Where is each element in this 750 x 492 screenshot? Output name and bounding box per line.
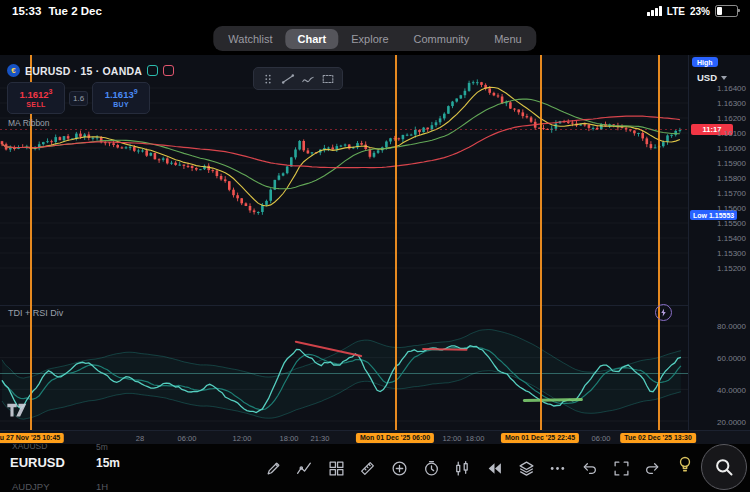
interval-current[interactable]: 15m — [96, 456, 120, 470]
drawing-toolbar — [253, 67, 343, 90]
ma-ribbon-label[interactable]: MA Ribbon — [8, 118, 50, 128]
tab-menu[interactable]: Menu — [482, 29, 534, 49]
symbol-next[interactable]: AUDJPY — [12, 481, 49, 492]
price-axis-label: 1.16200 — [717, 114, 746, 123]
tradingview-app: 15:33 Tue 2 Dec LTE 23% Watchlist Chart … — [0, 0, 750, 492]
chart-canvas[interactable]: TDI + RSI Div € EURUSD · 15 · OANDA 1.16… — [0, 55, 688, 430]
symbol-title[interactable]: EURUSD · 15 · OANDA — [25, 65, 142, 77]
trendline-style-icon[interactable] — [280, 71, 296, 87]
object-tree-layers-icon[interactable] — [517, 459, 535, 477]
indicator-toggle-icon[interactable] — [147, 65, 158, 76]
session-break-line — [395, 55, 397, 430]
buy-button[interactable]: 1.16139 BUY — [92, 82, 150, 114]
tab-community[interactable]: Community — [402, 29, 482, 49]
sell-button[interactable]: 1.16123 SELL — [7, 82, 65, 114]
price-axis-label: 1.15500 — [717, 219, 746, 228]
top-navigation: Watchlist Chart Explore Community Menu — [213, 26, 536, 51]
price-axis-label: 1.15200 — [717, 264, 746, 273]
bottom-toolbar: XAUUSD 5m EURUSD 15m AUDJPY 1H — [0, 443, 750, 492]
symbol-current[interactable]: EURUSD — [10, 455, 65, 470]
idea-bulb-icon[interactable] — [676, 455, 694, 473]
price-axis[interactable]: High USD 11:17 Low 1.15553 1.164001.1630… — [688, 55, 750, 430]
indicator-axis-label: 20.0000 — [717, 418, 746, 427]
alert-clock-icon[interactable] — [422, 459, 440, 477]
boost-lightning-icon[interactable] — [655, 304, 672, 321]
price-axis-label: 1.16400 — [717, 84, 746, 93]
add-plus-icon[interactable] — [391, 459, 409, 477]
layout-templates-icon[interactable] — [327, 459, 345, 477]
pane-separator[interactable] — [0, 305, 688, 306]
interval-next[interactable]: 1H — [96, 481, 108, 492]
indicator-axis-label: 80.0000 — [717, 322, 746, 331]
price-axis-label: 1.15400 — [717, 234, 746, 243]
rectangle-tool-icon[interactable] — [320, 71, 336, 87]
indicators-icon[interactable] — [296, 459, 314, 477]
bar-pattern-icon[interactable] — [454, 459, 472, 477]
time-axis[interactable]: 2806:0012:0018:0021:3012:0018:0006:00u 2… — [0, 430, 750, 444]
price-axis-label: 1.16300 — [717, 99, 746, 108]
fullscreen-icon[interactable] — [612, 459, 630, 477]
battery-icon — [715, 5, 738, 18]
price-axis-label: 1.15800 — [717, 174, 746, 183]
indicator-pane[interactable] — [0, 313, 688, 430]
session-time-badge: Mon 01 Dec '25 22:45 — [501, 433, 579, 444]
time-axis-label: 12:00 — [227, 434, 257, 443]
session-time-badge: u 27 Nov '25 10:45 — [0, 433, 64, 444]
high-badge: High — [692, 57, 718, 67]
undo-icon[interactable] — [581, 459, 599, 477]
tradingview-logo-icon[interactable] — [6, 401, 30, 421]
replay-rewind-icon[interactable] — [486, 459, 504, 477]
price-axis-label: 1.16100 — [717, 129, 746, 138]
time-axis-label: 18:00 — [274, 434, 304, 443]
time-axis-label: 18:00 — [460, 434, 490, 443]
interval-prev[interactable]: 5m — [96, 444, 108, 452]
date: Tue 2 Dec — [48, 5, 101, 17]
draw-marker-icon[interactable] — [264, 459, 282, 477]
symbol-prev[interactable]: XAUUSD — [12, 444, 47, 451]
status-bar: 15:33 Tue 2 Dec LTE 23% — [0, 0, 750, 22]
measure-ruler-icon[interactable] — [359, 459, 377, 477]
indicator-axis-label: 60.0000 — [717, 354, 746, 363]
tab-chart[interactable]: Chart — [286, 29, 339, 49]
chart-region: TDI + RSI Div € EURUSD · 15 · OANDA 1.16… — [0, 55, 750, 443]
tab-explore[interactable]: Explore — [339, 29, 400, 49]
symbol-logo: € — [7, 64, 20, 77]
cellular-signal-icon — [647, 6, 662, 16]
price-axis-label: 1.15900 — [717, 159, 746, 168]
time-axis-label: 28 — [125, 434, 155, 443]
time-axis-label: 21:30 — [305, 434, 335, 443]
symbol-interval-picker[interactable]: XAUUSD 5m EURUSD 15m AUDJPY 1H — [10, 444, 160, 492]
tab-watchlist[interactable]: Watchlist — [216, 29, 284, 49]
price-axis-label: 1.16000 — [717, 144, 746, 153]
session-time-badge: Mon 01 Dec '25 06:00 — [356, 433, 434, 444]
session-time-badge: Tue 02 Dec '25 13:30 — [620, 433, 696, 444]
chevron-down-icon — [721, 76, 727, 80]
session-break-line — [658, 55, 660, 430]
zoom-search-button[interactable] — [701, 444, 747, 490]
session-break-line — [540, 55, 542, 430]
more-options-icon[interactable] — [549, 459, 567, 477]
alert-toggle-icon[interactable] — [163, 65, 174, 76]
indicator-axis-label: 40.0000 — [717, 386, 746, 395]
network-type: LTE — [667, 6, 685, 17]
price-axis-label: 1.15300 — [717, 249, 746, 258]
indicator-label[interactable]: TDI + RSI Div — [8, 308, 63, 318]
clock: 15:33 — [12, 5, 41, 17]
spread-value: 1.6 — [69, 91, 88, 106]
price-axis-label: 1.15600 — [717, 204, 746, 213]
line-tool-icon[interactable] — [300, 71, 316, 87]
redo-icon[interactable] — [644, 459, 662, 477]
currency-selector[interactable]: USD — [697, 72, 727, 83]
time-axis-label: 06:00 — [172, 434, 202, 443]
drag-handle-icon[interactable] — [260, 71, 276, 87]
battery-percent: 23% — [690, 6, 710, 17]
price-axis-label: 1.15700 — [717, 189, 746, 198]
time-axis-label: 06:00 — [586, 434, 616, 443]
